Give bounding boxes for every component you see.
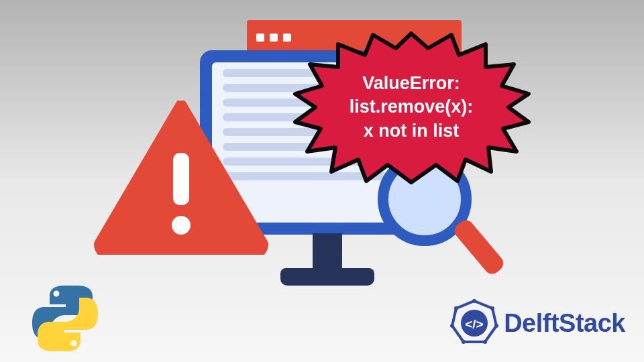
warning-triangle-icon — [94, 101, 268, 255]
svg-point-11 — [494, 324, 498, 328]
svg-point-10 — [490, 306, 494, 310]
svg-point-9 — [472, 299, 476, 303]
error-line-2: list.remove(x): — [350, 95, 474, 119]
svg-rect-2 — [173, 153, 189, 205]
error-line-1: ValueError: — [362, 72, 460, 95]
svg-point-4 — [54, 291, 60, 297]
monitor-stand — [313, 233, 342, 274]
svg-point-3 — [172, 216, 191, 235]
svg-point-12 — [483, 340, 487, 344]
error-message: ValueError: list.remove(x): x not in lis… — [287, 27, 535, 188]
svg-point-14 — [450, 324, 454, 328]
delftstack-brand: </> DelftStack — [450, 299, 625, 347]
python-logo-icon — [28, 282, 102, 355]
starburst-bubble-icon: ValueError: list.remove(x): x not in lis… — [287, 27, 535, 188]
svg-text:</>: </> — [465, 317, 483, 331]
svg-point-13 — [462, 340, 466, 344]
monitor-base — [280, 268, 374, 286]
brand-name: DelftStack — [504, 309, 625, 338]
svg-point-5 — [71, 341, 77, 347]
delftstack-badge-icon: </> — [450, 299, 498, 347]
svg-point-15 — [454, 306, 458, 310]
window-controls — [256, 34, 291, 42]
window-button — [270, 34, 278, 42]
window-button — [256, 34, 264, 42]
svg-rect-1 — [451, 217, 506, 278]
error-line-3: x not in list — [364, 119, 460, 143]
illustration-stage: ValueError: list.remove(x): x not in lis… — [0, 0, 644, 362]
